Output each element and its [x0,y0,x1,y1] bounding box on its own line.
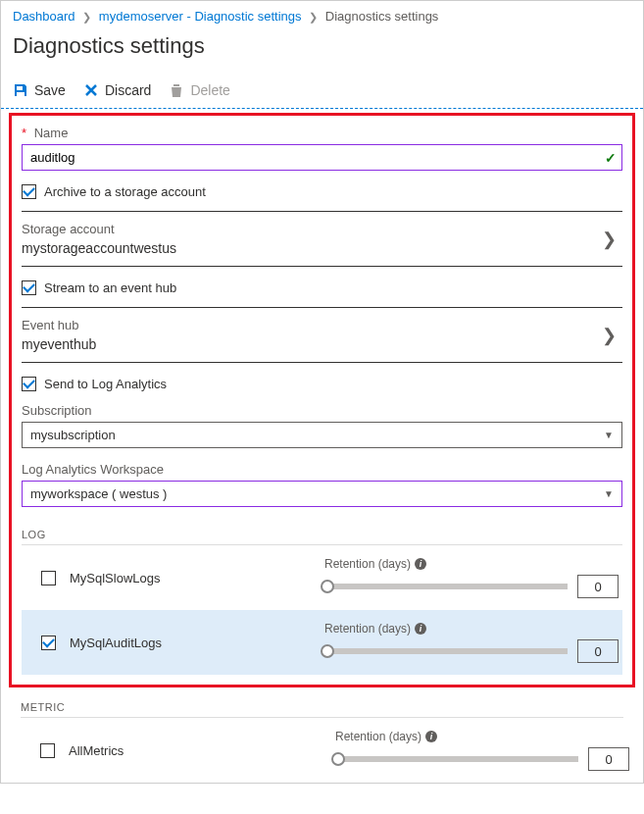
slowlogs-checkbox[interactable] [41,571,56,585]
retention-label: Retention (days) [324,557,411,571]
workspace-value: myworkspace ( westus ) [30,486,167,501]
log-row-slowlogs: MySqlSlowLogs Retention (days) i 0 [22,545,622,610]
discard-label: Discard [105,82,151,98]
chevron-down-icon: ▼ [604,488,614,499]
name-label: Name [34,126,69,140]
delete-label: Delete [190,82,229,98]
workspace-label: Log Analytics Workspace [22,462,622,477]
save-label: Save [34,82,66,98]
chevron-right-icon: ❯ [602,325,622,346]
chevron-down-icon: ▼ [604,430,614,440]
breadcrumb-current: Diagnostics settings [325,9,439,24]
slowlogs-retention-value[interactable]: 0 [577,575,619,598]
storage-account-row[interactable]: Storage account mystorageaccountwestus ❯ [22,211,622,267]
valid-check-icon: ✓ [605,150,617,166]
stream-eventhub-label: Stream to an event hub [44,280,176,295]
archive-checkbox[interactable] [22,184,36,199]
auditlogs-label: MySqlAuditLogs [70,636,162,650]
chevron-right-icon: ❯ [309,11,318,23]
auditlogs-retention-slider[interactable] [324,648,568,654]
save-button[interactable]: Save [13,82,66,98]
stream-eventhub-checkbox[interactable] [22,280,36,295]
highlighted-form-area: * Name ✓ Archive to a storage account St… [9,113,635,687]
archive-label: Archive to a storage account [44,184,206,199]
slider-thumb[interactable] [321,644,334,658]
allmetrics-checkbox[interactable] [40,743,55,758]
workspace-select[interactable]: myworkspace ( westus ) ▼ [22,481,622,507]
slider-thumb[interactable] [321,580,334,593]
storage-account-value: mystorageaccountwestus [22,240,176,256]
toolbar: Save Discard Delete [1,73,643,109]
discard-button[interactable]: Discard [83,82,151,98]
storage-account-label: Storage account [22,222,176,236]
chevron-right-icon: ❯ [82,11,91,23]
subscription-label: Subscription [22,403,622,418]
event-hub-value: myeventhub [22,336,96,352]
info-icon[interactable]: i [415,623,426,635]
discard-icon [83,82,99,98]
delete-icon [169,82,184,98]
subscription-value: mysubscription [30,428,116,442]
delete-button: Delete [169,82,229,98]
allmetrics-label: AllMetrics [69,743,124,758]
breadcrumb-parent[interactable]: mydemoserver - Diagnostic settings [99,9,302,24]
name-input[interactable] [22,144,622,171]
page-title: Diagnostics settings [1,27,643,73]
event-hub-label: Event hub [22,318,96,332]
breadcrumb-dashboard[interactable]: Dashboard [13,9,75,24]
auditlogs-checkbox[interactable] [41,636,56,650]
log-row-auditlogs: MySqlAuditLogs Retention (days) i 0 [22,610,622,675]
retention-label: Retention (days) [324,622,411,636]
event-hub-row[interactable]: Event hub myeventhub ❯ [22,307,622,363]
info-icon[interactable]: i [425,731,437,742]
chevron-right-icon: ❯ [602,229,622,250]
metric-section-header: METRIC [21,697,623,718]
slider-thumb[interactable] [331,752,345,766]
slowlogs-label: MySqlSlowLogs [70,571,161,585]
info-icon[interactable]: i [415,558,426,570]
retention-label: Retention (days) [335,730,421,743]
log-analytics-label: Send to Log Analytics [44,377,167,391]
log-section-header: LOG [22,525,622,545]
breadcrumb: Dashboard ❯ mydemoserver - Diagnostic se… [1,1,643,27]
required-asterisk: * [22,126,26,140]
subscription-select[interactable]: mysubscription ▼ [22,422,622,448]
allmetrics-retention-slider[interactable] [335,756,578,762]
auditlogs-retention-value[interactable]: 0 [577,639,619,663]
log-analytics-checkbox[interactable] [22,377,36,391]
save-icon [13,82,28,98]
metric-row-allmetrics: AllMetrics Retention (days) i 0 [1,718,643,783]
slowlogs-retention-slider[interactable] [324,584,568,589]
allmetrics-retention-value[interactable]: 0 [588,747,629,771]
